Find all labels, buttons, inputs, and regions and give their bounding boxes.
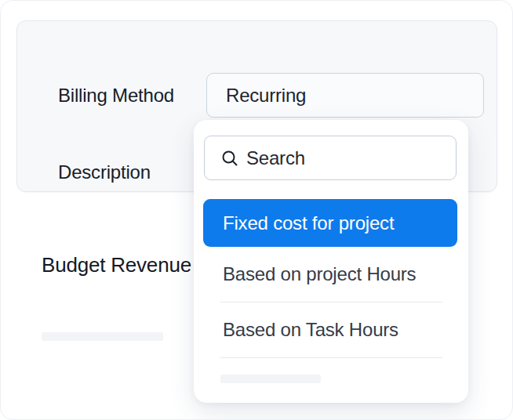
option-label: Based on project Hours (223, 263, 416, 285)
option-label: Fixed cost for project (223, 212, 394, 234)
billing-type-dropdown: Fixed cost for project Based on project … (194, 120, 468, 403)
search-icon (221, 150, 238, 167)
description-label: Description (58, 161, 151, 183)
billing-method-label: Billing Method (58, 85, 174, 107)
search-input[interactable] (246, 147, 445, 169)
option-label: Based on Task Hours (223, 319, 398, 341)
search-box[interactable] (204, 136, 457, 180)
billing-method-value: Recurring (226, 85, 306, 107)
dropdown-option-based-on-project-hours[interactable]: Based on project Hours (194, 247, 468, 302)
loading-placeholder-bar (220, 375, 321, 383)
dropdown-option-fixed-cost-for-project[interactable]: Fixed cost for project (203, 199, 457, 247)
budget-revenue-label: Budget Revenue (42, 253, 191, 277)
dropdown-option-based-on-task-hours[interactable]: Based on Task Hours (194, 302, 468, 357)
option-divider (220, 357, 442, 358)
billing-form-screen: Billing Method Recurring Description Fix… (0, 0, 513, 420)
budget-revenue-placeholder-bar (42, 332, 163, 341)
billing-method-select[interactable]: Recurring (206, 73, 484, 118)
